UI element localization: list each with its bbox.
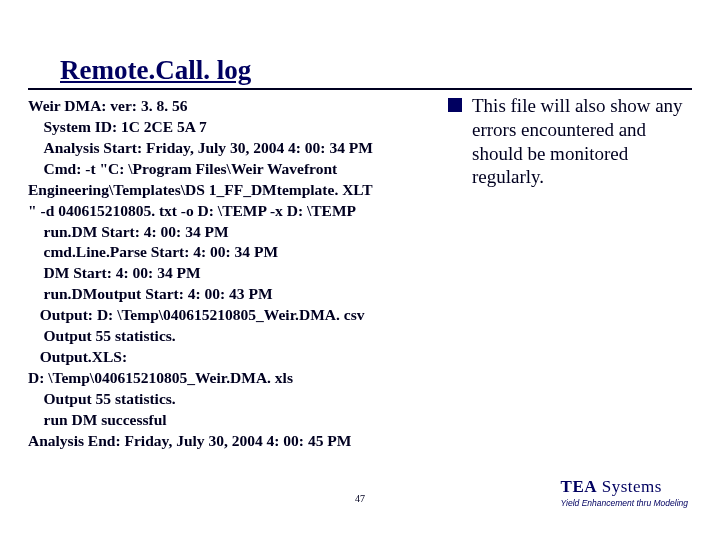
brand-block: TEA Systems Yield Enhancement thru Model… (561, 477, 688, 508)
slide-title: Remote.Call. log (60, 55, 251, 86)
log-block: Weir DMA: ver: 3. 8. 56 System ID: 1C 2C… (28, 96, 440, 452)
brand-name-rest: Systems (597, 477, 662, 496)
square-bullet-icon (448, 98, 462, 112)
brand-name-strong: TEA (561, 477, 597, 496)
bullet-text: This file will also show any errors enco… (472, 94, 696, 189)
title-underline-rule (28, 88, 692, 90)
brand-name: TEA Systems (561, 477, 688, 497)
bullet-list: This file will also show any errors enco… (448, 94, 696, 189)
slide: Remote.Call. log Weir DMA: ver: 3. 8. 56… (0, 0, 720, 540)
brand-tagline: Yield Enhancement thru Modeling (561, 498, 688, 508)
bullet-item: This file will also show any errors enco… (448, 94, 696, 189)
